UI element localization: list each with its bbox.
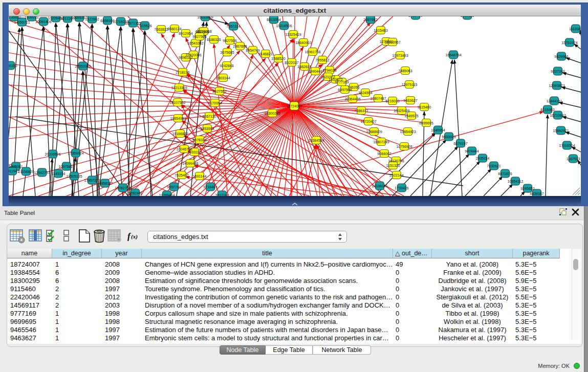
svg-text:5933923: 5933923 [442,135,455,139]
svg-text:8215953: 8215953 [540,108,554,112]
svg-text:16107552: 16107552 [169,101,185,104]
svg-text:12093873: 12093873 [549,84,564,87]
svg-text:12942757: 12942757 [34,171,50,174]
svg-text:1112065: 1112065 [569,27,581,31]
svg-text:19166827: 19166827 [172,132,188,136]
svg-text:7485063: 7485063 [398,69,412,73]
svg-text:9777169: 9777169 [335,80,349,84]
svg-text:9474444: 9474444 [465,149,478,153]
svg-text:10958117: 10958117 [97,182,113,185]
svg-text:7632621: 7632621 [487,164,500,168]
svg-text:9657791: 9657791 [167,185,181,189]
svg-text:9227349: 9227349 [551,70,564,73]
svg-text:14099488: 14099488 [182,162,198,165]
svg-text:1549575: 1549575 [404,114,418,118]
svg-text:18807249: 18807249 [373,140,389,144]
svg-text:9827508: 9827508 [223,39,236,42]
svg-text:2718176: 2718176 [176,71,189,74]
svg-text:8678334: 8678334 [192,138,206,142]
svg-text:18300295: 18300295 [264,112,280,115]
svg-text:12975115: 12975115 [402,83,418,86]
svg-text:10654112: 10654112 [508,180,524,183]
svg-text:3911941: 3911941 [9,169,19,173]
svg-text:5905061: 5905061 [9,165,23,168]
svg-text:8454749: 8454749 [246,49,259,52]
svg-text:1167533: 1167533 [567,157,580,161]
svg-text:12213369: 12213369 [171,86,187,90]
svg-text:9146821: 9146821 [258,52,272,56]
svg-text:10688609: 10688609 [366,130,382,134]
svg-text:16782759: 16782759 [115,186,130,190]
svg-text:16543382: 16543382 [187,41,203,45]
svg-text:7515526: 7515526 [138,24,151,28]
svg-text:8427552: 8427552 [212,90,226,93]
svg-text:746266: 746266 [347,85,359,89]
svg-text:3267130: 3267130 [202,115,216,118]
svg-text:9827505: 9827505 [192,35,206,38]
svg-text:14055721: 14055721 [14,20,30,24]
svg-text:10973493: 10973493 [392,54,408,57]
svg-text:9896162: 9896162 [179,56,192,59]
svg-text:1839221: 1839221 [25,16,38,19]
svg-text:8489709: 8489709 [408,16,422,17]
svg-text:1733426: 1733426 [395,186,408,190]
svg-text:3675685: 3675685 [220,51,234,54]
svg-text:1640954: 1640954 [431,128,445,132]
svg-text:1143194: 1143194 [52,172,66,176]
svg-text:17359924: 17359924 [68,151,83,155]
svg-text:8813054: 8813054 [267,18,280,21]
svg-text:1362615: 1362615 [297,65,311,69]
svg-text:14136141: 14136141 [372,184,387,188]
svg-text:19654983: 19654983 [170,117,186,120]
svg-text:8990448: 8990448 [308,70,322,73]
svg-text:2867608: 2867608 [233,45,247,48]
svg-text:7357224: 7357224 [226,25,240,28]
svg-text:1691144: 1691144 [193,174,207,178]
svg-text:7625402: 7625402 [175,173,188,177]
svg-text:8186328: 8186328 [207,38,221,41]
svg-text:16648784: 16648784 [445,53,461,57]
svg-text:15751074: 15751074 [561,41,577,45]
svg-text:16120746: 16120746 [388,159,404,163]
svg-text:1527602: 1527602 [85,17,99,21]
svg-text:9242848: 9242848 [220,64,233,68]
svg-text:4735650: 4735650 [9,16,21,19]
svg-text:9245652: 9245652 [520,187,534,190]
svg-text:20364436: 20364436 [344,97,360,101]
svg-text:8471676: 8471676 [498,172,512,176]
svg-text:9170064: 9170064 [208,101,222,105]
svg-text:9084007: 9084007 [377,152,391,156]
svg-text:2087682: 2087682 [363,18,377,21]
svg-text:7386372: 7386372 [354,109,368,113]
svg-text:13226058: 13226058 [195,30,211,33]
svg-text:1588520: 1588520 [271,57,285,60]
svg-text:7955812: 7955812 [315,58,329,62]
svg-text:8322037: 8322037 [285,61,298,64]
svg-text:6794028: 6794028 [322,69,336,72]
svg-text:10807487: 10807487 [370,97,386,100]
svg-text:1353594: 1353594 [200,127,214,130]
svg-text:19218506: 19218506 [276,24,292,28]
svg-text:2522144: 2522144 [389,173,403,177]
svg-text:2620350: 2620350 [9,64,17,68]
svg-text:16961758: 16961758 [304,50,320,54]
svg-text:20053346: 20053346 [75,64,91,68]
svg-text:8912954: 8912954 [179,32,192,35]
svg-text:15720407: 15720407 [360,120,376,123]
svg-text:16033809: 16033809 [197,16,213,19]
svg-text:10756928: 10756928 [396,145,412,148]
svg-text:1615483: 1615483 [374,29,387,32]
svg-text:2935114: 2935114 [476,157,490,160]
svg-text:9329966: 9329966 [554,55,568,58]
svg-text:3624554: 3624554 [358,91,372,95]
svg-text:2803144: 2803144 [216,76,230,80]
svg-text:10025438: 10025438 [394,109,409,113]
svg-text:20091406: 20091406 [35,20,51,24]
svg-text:9716485: 9716485 [203,185,217,189]
svg-text:1493222: 1493222 [187,150,201,154]
svg-text:18724007: 18724007 [286,104,302,108]
svg-text:21156829: 21156829 [18,170,34,173]
svg-text:6879197: 6879197 [453,142,467,145]
svg-text:20206576: 20206576 [45,152,60,156]
svg-text:17016504: 17016504 [559,144,575,147]
